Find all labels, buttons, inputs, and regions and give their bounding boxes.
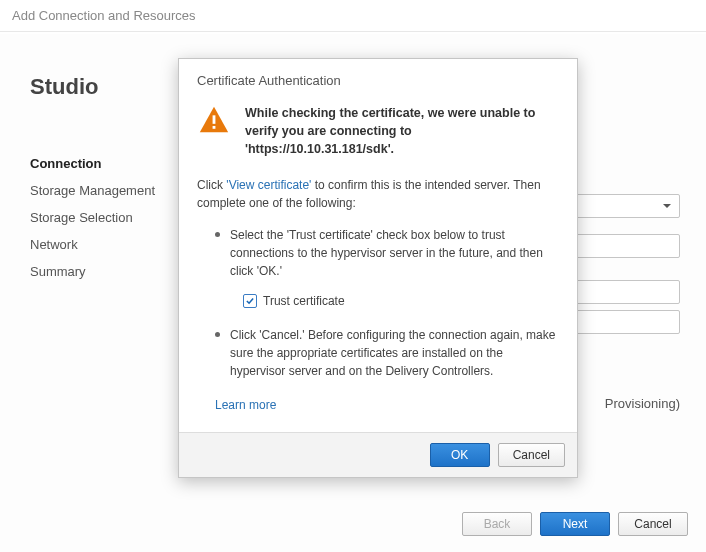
option-cancel: Click 'Cancel.' Before configuring the c… — [197, 322, 559, 390]
option-trust: Select the 'Trust certificate' check box… — [197, 222, 559, 290]
step-network[interactable]: Network — [30, 231, 180, 258]
intro-text: Click 'View certificate' to confirm this… — [197, 176, 559, 212]
wizard-button-bar: Back Next Cancel — [462, 512, 688, 536]
sidebar: Studio Connection Storage Management Sto… — [0, 34, 180, 552]
wizard-steps: Connection Storage Management Storage Se… — [30, 150, 180, 285]
option-trust-text: Select the 'Trust certificate' check box… — [230, 226, 559, 280]
step-storage-selection[interactable]: Storage Selection — [30, 204, 180, 231]
next-button[interactable]: Next — [540, 512, 610, 536]
wizard-cancel-button[interactable]: Cancel — [618, 512, 688, 536]
ok-button[interactable]: OK — [430, 443, 490, 467]
intro-pre: Click — [197, 178, 226, 192]
bullet-icon — [215, 332, 220, 337]
trust-certificate-checkbox[interactable] — [243, 294, 257, 308]
window-title: Add Connection and Resources — [0, 0, 706, 32]
bullet-icon — [215, 232, 220, 237]
alert-message: While checking the certificate, we were … — [245, 104, 559, 158]
step-summary[interactable]: Summary — [30, 258, 180, 285]
option-cancel-text: Click 'Cancel.' Before configuring the c… — [230, 326, 559, 380]
learn-more-link[interactable]: Learn more — [197, 390, 276, 412]
bg-provisioning-label: Provisioning) — [605, 396, 680, 411]
view-certificate-link[interactable]: 'View certificate' — [226, 178, 311, 192]
step-storage-management[interactable]: Storage Management — [30, 177, 180, 204]
warning-icon — [197, 104, 231, 158]
trust-certificate-label: Trust certificate — [263, 294, 345, 308]
dialog-button-bar: OK Cancel — [179, 432, 577, 477]
svg-rect-0 — [213, 115, 216, 124]
back-button: Back — [462, 512, 532, 536]
app-title: Studio — [30, 74, 180, 100]
dialog-cancel-button[interactable]: Cancel — [498, 443, 565, 467]
svg-rect-1 — [213, 126, 216, 129]
certificate-auth-dialog: Certificate Authentication While checkin… — [178, 58, 578, 478]
step-connection[interactable]: Connection — [30, 150, 180, 177]
dialog-title: Certificate Authentication — [197, 73, 559, 88]
